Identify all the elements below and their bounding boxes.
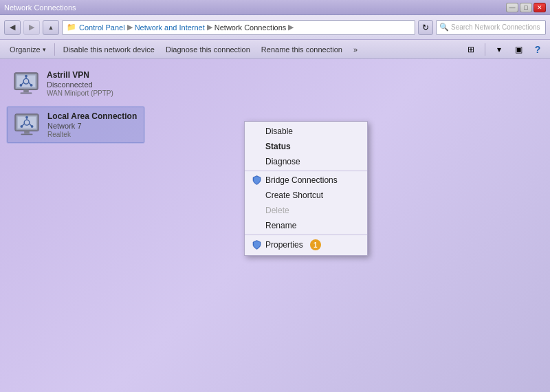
svg-rect-15 — [24, 131, 30, 133]
context-menu-item-delete: Delete — [245, 203, 367, 218]
more-options-button[interactable]: » — [348, 42, 363, 57]
help-button[interactable]: ? — [529, 42, 546, 57]
svg-rect-3 — [23, 89, 29, 92]
svg-point-23 — [31, 125, 34, 128]
toolbar-separator-1 — [54, 43, 55, 56]
astrill-vpn-adapter: WAN Miniport (PPTP) — [47, 89, 113, 97]
view-dropdown-button[interactable]: ▾ — [491, 42, 507, 57]
organize-button[interactable]: Organize ▾ — [4, 42, 52, 57]
astrill-vpn-icon — [12, 72, 40, 96]
search-placeholder: Search Network Connections — [451, 23, 540, 31]
context-menu-item-diagnose[interactable]: Diagnose — [245, 154, 367, 169]
search-icon: 🔍 — [439, 23, 449, 32]
preview-button[interactable]: ▣ — [510, 42, 527, 57]
context-menu-item-create-shortcut[interactable]: Create Shortcut — [245, 188, 367, 203]
ctx-label-create-shortcut: Create Shortcut — [265, 190, 323, 200]
context-menu-item-status[interactable]: Status — [245, 139, 367, 154]
svg-rect-16 — [21, 133, 32, 135]
astrill-vpn-info: Astrill VPN Disconnected WAN Miniport (P… — [47, 70, 113, 97]
toolbar-separator-2 — [485, 43, 485, 56]
forward-button[interactable]: ▶ — [23, 20, 40, 35]
disable-network-button[interactable]: Disable this network device — [58, 42, 160, 57]
diagnose-connection-button[interactable]: Diagnose this connection — [160, 42, 256, 57]
up-button[interactable]: ▲ — [43, 20, 59, 35]
svg-point-11 — [30, 84, 33, 87]
svg-point-19 — [25, 116, 28, 118]
local-area-status: Network 7 — [47, 122, 137, 130]
connection-local-area[interactable]: Local Area Connection Network 7 Realtek — [7, 107, 144, 143]
ctx-label-disable: Disable — [265, 127, 293, 136]
local-area-adapter: Realtek — [47, 131, 137, 138]
shield-icon — [252, 240, 261, 250]
ctx-label-delete: Delete — [265, 206, 289, 215]
local-area-info: Local Area Connection Network 7 Realtek — [47, 111, 137, 138]
astrill-vpn-name: Astrill VPN — [47, 70, 113, 80]
astrill-vpn-status: Disconnected — [47, 80, 113, 89]
context-menu-item-properties[interactable]: Properties1 — [245, 237, 367, 253]
title-bar-left: Network Connections — [4, 3, 76, 12]
ctx-label-diagnose: Diagnose — [265, 157, 300, 166]
toolbar: Organize ▾ Disable this network device D… — [0, 40, 550, 59]
svg-point-9 — [19, 84, 22, 87]
context-menu-item-disable[interactable]: Disable — [245, 124, 367, 139]
maximize-button[interactable]: □ — [520, 3, 532, 12]
breadcrumb-network-internet[interactable]: Network and Internet — [135, 23, 205, 32]
context-menu-separator — [245, 171, 367, 171]
svg-rect-4 — [20, 92, 32, 94]
ctx-label-rename: Rename — [265, 221, 296, 230]
rename-connection-button[interactable]: Rename this connection — [256, 42, 348, 57]
ctx-label-properties: Properties — [265, 240, 303, 250]
svg-point-21 — [20, 125, 23, 128]
title-bar: Network Connections — □ ✕ — [0, 0, 550, 15]
title-bar-text: Network Connections — [4, 3, 76, 12]
refresh-button[interactable]: ↻ — [418, 20, 433, 35]
title-bar-buttons: — □ ✕ — [506, 3, 546, 12]
context-menu: DisableStatusDiagnose Bridge Connections… — [244, 121, 368, 256]
ctx-label-status: Status — [265, 142, 291, 151]
connection-astrill-vpn[interactable]: Astrill VPN Disconnected WAN Miniport (P… — [7, 66, 144, 101]
badge-properties: 1 — [310, 239, 321, 250]
local-area-name: Local Area Connection — [47, 111, 137, 121]
view-toggle-button[interactable]: ⊞ — [463, 42, 479, 57]
local-area-icon — [13, 113, 41, 138]
ctx-label-bridge: Bridge Connections — [265, 175, 338, 185]
svg-point-7 — [25, 74, 28, 77]
breadcrumb: 📁 Control Panel ▶ Network and Internet ▶… — [62, 20, 415, 35]
context-menu-item-bridge[interactable]: Bridge Connections — [245, 173, 367, 188]
context-menu-separator — [245, 235, 367, 235]
address-bar: ◀ ▶ ▲ 📁 Control Panel ▶ Network and Inte… — [0, 15, 550, 40]
toolbar-right: ⊞ ▾ ▣ ? — [463, 42, 546, 57]
back-button[interactable]: ◀ — [4, 20, 21, 35]
main-area: Astrill VPN Disconnected WAN Miniport (P… — [0, 59, 550, 392]
breadcrumb-network-connections: Network Connections — [214, 23, 287, 32]
context-menu-item-rename[interactable]: Rename — [245, 218, 367, 233]
shield-icon — [252, 175, 261, 185]
close-button[interactable]: ✕ — [534, 3, 546, 12]
search-bar[interactable]: 🔍 Search Network Connections — [436, 20, 546, 35]
breadcrumb-control-panel[interactable]: Control Panel — [79, 23, 125, 32]
minimize-button[interactable]: — — [506, 3, 518, 12]
